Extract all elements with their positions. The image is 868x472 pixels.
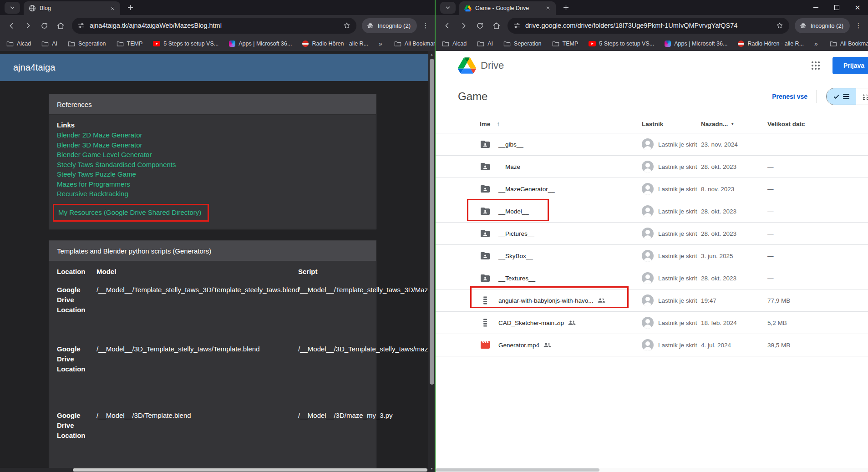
tab-close-button[interactable] (544, 4, 552, 12)
list-view-button[interactable] (827, 88, 856, 105)
bookmarks-overflow-button[interactable]: » (814, 40, 818, 47)
link-steely-taws-components[interactable]: Steely Taws Standardised Components (57, 160, 368, 170)
all-bookmarks-button[interactable]: All Bookmarks (394, 41, 435, 47)
scroll-down-arrow[interactable]: ▼ (428, 465, 435, 472)
bookmark-radio[interactable]: Radio Hören - alle R... (738, 41, 804, 47)
header-modified[interactable]: Nazadn...▼ (701, 121, 767, 127)
minimize-button[interactable] (805, 0, 826, 15)
home-button[interactable] (488, 18, 504, 33)
site-settings-icon[interactable] (77, 22, 85, 30)
bookmark-folder-alcad[interactable]: Alcad (6, 41, 31, 47)
link-my-resources[interactable]: My Resources (Google Drive Shared Direct… (58, 208, 201, 218)
google-apps-grid-icon[interactable] (812, 61, 820, 70)
download-all-link[interactable]: Prenesi vse (772, 93, 807, 100)
file-row-pictures[interactable]: __Pictures__ Lastnik je skrit 28. okt. 2… (436, 223, 868, 245)
file-name[interactable]: __Model__ (498, 208, 529, 215)
incognito-icon (366, 22, 374, 30)
file-name[interactable]: __Textures__ (498, 275, 535, 282)
bookmark-folder-ai[interactable]: AI (41, 41, 57, 47)
link-blender-2d-maze[interactable]: Blender 2D Maze Generator (57, 130, 368, 140)
file-row-glbs[interactable]: __glbs__ Lastnik je skrit 23. nov. 2024 … (436, 133, 868, 156)
file-row-generator-mp4[interactable]: Generator.mp4 Lastnik je skrit 4. jul. 2… (436, 334, 868, 356)
window-close-button[interactable]: ✕ (847, 0, 868, 15)
bookmark-folder-seperation[interactable]: Seperation (68, 41, 106, 47)
tab-google-drive[interactable]: Game - Google Drive (459, 1, 556, 15)
bookmark-folder-alcad[interactable]: Alcad (442, 41, 467, 47)
browser-menu-button[interactable]: ⋮ (853, 20, 864, 31)
browser-menu-button[interactable]: ⋮ (420, 20, 431, 31)
tab-blog[interactable]: Blog (24, 1, 120, 15)
header-size[interactable]: Velikost datc (767, 121, 868, 127)
bookmark-folder-temp[interactable]: TEMP (552, 41, 579, 47)
site-settings-icon[interactable] (513, 22, 521, 30)
file-name[interactable]: __glbs__ (498, 141, 523, 148)
new-tab-button[interactable] (124, 1, 137, 14)
bookmark-label: 5 Steps to setup VS... (599, 41, 654, 47)
tab-search-button[interactable] (5, 2, 20, 14)
bookmark-folder-ai[interactable]: AI (477, 41, 493, 47)
back-button[interactable] (4, 18, 19, 33)
bookmark-star-icon[interactable] (343, 21, 351, 30)
address-bar[interactable]: drive.google.com/drive/folders/18I73Uge9… (508, 18, 789, 34)
folder-icon (442, 41, 449, 47)
new-tab-button[interactable] (559, 1, 572, 14)
header-owner[interactable]: Lastnik (642, 121, 701, 127)
url-text[interactable]: ajna4taiga.tk/ajna4taigaWeb/MazesBlog.ht… (90, 22, 338, 29)
highlight-box-my-resources: My Resources (Google Drive Shared Direct… (53, 204, 209, 222)
bookmarks-overflow-button[interactable]: » (379, 40, 382, 47)
file-name[interactable]: __MazeGenerator__ (498, 186, 555, 193)
all-bookmarks-button[interactable]: All Bookmarks (830, 41, 868, 47)
horizontal-scroll-thumb[interactable] (436, 468, 599, 472)
file-row-textures[interactable]: __Textures__ Lastnik je skrit 28. okt. 2… (436, 267, 868, 289)
tab-search-button[interactable] (440, 2, 456, 14)
horizontal-scroll-thumb[interactable] (73, 468, 427, 472)
file-row-skybox[interactable]: __SkyBox__ Lastnik je skrit 3. jun. 2025… (436, 245, 868, 267)
file-row-model[interactable]: __Model__ Lastnik je skrit 28. okt. 2023… (436, 200, 868, 223)
vertical-scroll-thumb[interactable] (430, 59, 434, 385)
bookmark-folder-seperation[interactable]: Seperation (503, 41, 541, 47)
link-blender-game-level[interactable]: Blender Game Level Generator (57, 150, 368, 160)
file-name[interactable]: __SkyBox__ (498, 253, 533, 259)
signin-button[interactable]: Prijava (832, 57, 868, 74)
file-size: — (767, 163, 868, 170)
link-recursive-backtracking[interactable]: Recursive Backtracking (57, 189, 368, 199)
bookmark-5-steps[interactable]: 5 Steps to setup VS... (153, 41, 218, 47)
address-bar[interactable]: ajna4taiga.tk/ajna4taigaWeb/MazesBlog.ht… (72, 18, 356, 34)
link-blender-3d-maze[interactable]: Blender 3D Maze Generator (57, 140, 368, 150)
file-row-cad-sketcher[interactable]: CAD_Sketcher-main.zip Lastnik je skrit 1… (436, 312, 868, 334)
reload-button[interactable] (36, 18, 52, 33)
horizontal-scrollbar[interactable] (436, 468, 868, 472)
maximize-button[interactable] (826, 0, 847, 15)
file-row-maze[interactable]: __Maze__ Lastnik je skrit 28. okt. 2023 … (436, 156, 868, 178)
owner-avatar (642, 183, 654, 195)
forward-button[interactable] (456, 18, 471, 33)
bookmark-microsoft[interactable]: Apps | Microsoft 36... (229, 41, 292, 47)
radio-icon (302, 41, 309, 47)
url-text[interactable]: drive.google.com/drive/folders/18I73Uge9… (525, 22, 771, 29)
file-row-mazegenerator[interactable]: __MazeGenerator__ Lastnik je skrit 8. no… (436, 178, 868, 200)
bookmark-star-icon[interactable] (776, 21, 784, 30)
file-row-angular-zip[interactable]: angular-with-babylonjs-with-havo... Last… (436, 289, 868, 312)
link-mazes-for-programmers[interactable]: Mazes for Programmers (57, 179, 368, 189)
file-name[interactable]: __Maze__ (498, 163, 527, 170)
reload-button[interactable] (472, 18, 487, 33)
file-name[interactable]: CAD_Sketcher-main.zip (498, 320, 564, 326)
grid-view-button[interactable] (856, 88, 868, 105)
model-cell: /__Model__/3D_Template_stelly_taws/Templ… (96, 344, 298, 354)
bookmark-5-steps[interactable]: 5 Steps to setup VS... (589, 41, 654, 47)
back-button[interactable] (439, 18, 455, 33)
file-name[interactable]: angular-with-babylonjs-with-havo... (498, 297, 594, 304)
bookmark-folder-temp[interactable]: TEMP (117, 41, 143, 47)
forward-button[interactable] (20, 18, 36, 33)
tab-close-button[interactable] (108, 4, 117, 12)
link-steely-taws-puzzle[interactable]: Steely Taws Puzzle Game (57, 169, 368, 179)
header-name[interactable]: Ime↑ (480, 120, 642, 127)
file-name[interactable]: __Pictures__ (498, 230, 534, 237)
bookmark-microsoft[interactable]: Apps | Microsoft 36... (665, 41, 727, 47)
home-button[interactable] (53, 18, 68, 33)
file-name[interactable]: Generator.mp4 (498, 342, 539, 349)
scroll-up-arrow[interactable]: ▲ (428, 51, 435, 58)
bookmark-radio[interactable]: Radio Hören - alle R... (302, 41, 368, 47)
vertical-scrollbar[interactable]: ▲ ▼ (428, 51, 435, 472)
horizontal-scrollbar[interactable] (0, 468, 428, 472)
